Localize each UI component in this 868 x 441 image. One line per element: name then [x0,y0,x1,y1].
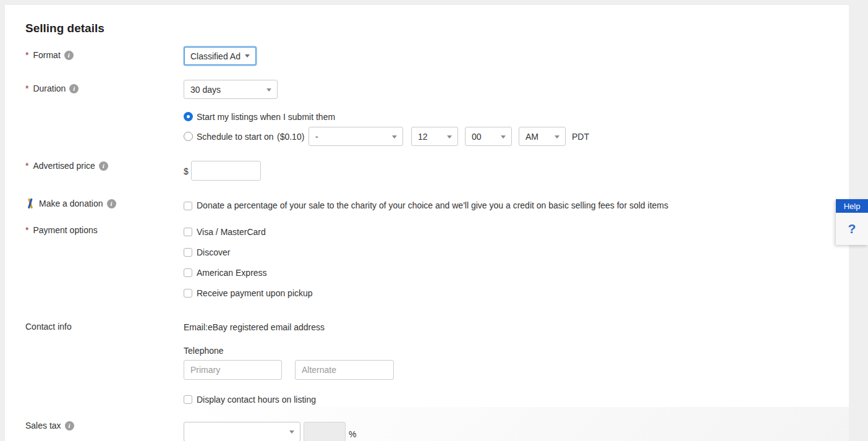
bottom-shadow [5,407,849,441]
help-widget: Help ? [836,199,868,245]
chevron-down-icon [392,135,397,139]
advertised-price-label: *Advertised price i [25,161,108,171]
visa-mastercard-label: Visa / MasterCard [197,227,266,237]
schedule-minute-select[interactable]: 00 [465,127,512,146]
duration-select[interactable]: 30 days [184,80,278,99]
currency-symbol: $ [184,166,189,176]
contact-info-label-text: Contact info [25,322,72,332]
format-label: *Format i [25,50,74,60]
schedule-start-label: Schedule to start on [197,132,274,142]
schedule-hour-value: 12 [418,132,428,142]
info-icon[interactable]: i [107,199,116,208]
payment-on-pickup-checkbox[interactable] [184,289,192,298]
payment-options-label-text: Payment options [33,225,97,235]
contact-info-label: Contact info [25,322,72,332]
selling-details-panel: Selling details *Format i Classified Ad … [5,5,849,441]
page-background: Selling details *Format i Classified Ad … [0,0,868,441]
help-button-label: Help [844,202,861,211]
chevron-down-icon [289,430,294,434]
display-contact-hours-label: Display contact hours on listing [197,395,316,405]
info-icon[interactable]: i [69,84,79,93]
telephone-label: Telephone [184,346,224,356]
schedule-fee: ($0.10) [277,132,304,142]
payment-on-pickup-label: Receive payment upon pickup [197,288,313,298]
advertised-price-input[interactable] [191,161,261,181]
display-contact-hours-checkbox[interactable] [184,395,192,404]
visa-mastercard-checkbox[interactable] [184,228,192,236]
telephone-alternate-input[interactable] [295,360,394,380]
schedule-date-value: - [315,132,318,142]
required-marker: * [25,161,28,171]
duration-label-text: Duration [33,83,66,93]
american-express-checkbox[interactable] [184,268,192,277]
sales-tax-rate-input[interactable] [304,422,346,441]
duration-select-value: 30 days [190,85,221,95]
timezone-label: PDT [572,132,589,142]
format-select-value: Classified Ad [190,51,240,61]
sales-tax-state-select[interactable] [184,422,300,441]
schedule-date-select[interactable]: - [308,127,403,146]
format-label-text: Format [33,50,60,60]
duration-label: *Duration i [25,83,79,93]
info-icon[interactable]: i [64,51,74,60]
start-now-label: Start my listings when I submit them [197,112,335,122]
schedule-ampm-value: AM [525,132,538,142]
chevron-down-icon [447,135,452,139]
chevron-down-icon [266,88,271,92]
schedule-ampm-select[interactable]: AM [519,127,566,146]
discover-label: Discover [197,247,230,257]
required-marker: * [25,225,28,235]
required-marker: * [25,83,28,93]
advertised-price-label-text: Advertised price [33,161,95,171]
donation-label-text: Make a donation [39,199,103,208]
schedule-hour-select[interactable]: 12 [411,127,458,146]
telephone-primary-input[interactable] [184,360,282,380]
discover-checkbox[interactable] [184,248,192,257]
charity-ribbon-icon [25,198,35,209]
start-now-radio[interactable] [184,112,193,121]
donation-option-label: Donate a percentage of your sale to the … [197,200,668,210]
chevron-down-icon [501,135,506,139]
chevron-down-icon [555,135,560,139]
page-title: Selling details [25,22,104,35]
info-icon[interactable]: i [65,421,74,430]
info-icon[interactable]: i [99,161,108,171]
format-select[interactable]: Classified Ad [184,46,257,66]
percent-symbol: % [349,429,356,439]
schedule-start-radio[interactable] [184,132,193,141]
contact-email-line: Email:eBay registered email address [184,322,325,332]
sales-tax-label: Sales tax i [25,421,74,430]
chevron-down-icon [245,54,250,58]
donation-label: Make a donation i [25,198,116,209]
schedule-minute-value: 00 [472,132,482,142]
help-button[interactable]: Help [836,199,868,213]
donation-checkbox[interactable] [184,202,192,210]
american-express-label: American Express [197,268,267,278]
help-panel-body: ? [836,213,868,245]
sales-tax-label-text: Sales tax [25,421,61,430]
required-marker: * [25,50,28,60]
question-mark-icon[interactable]: ? [848,221,856,236]
payment-options-label: *Payment options [25,225,98,235]
